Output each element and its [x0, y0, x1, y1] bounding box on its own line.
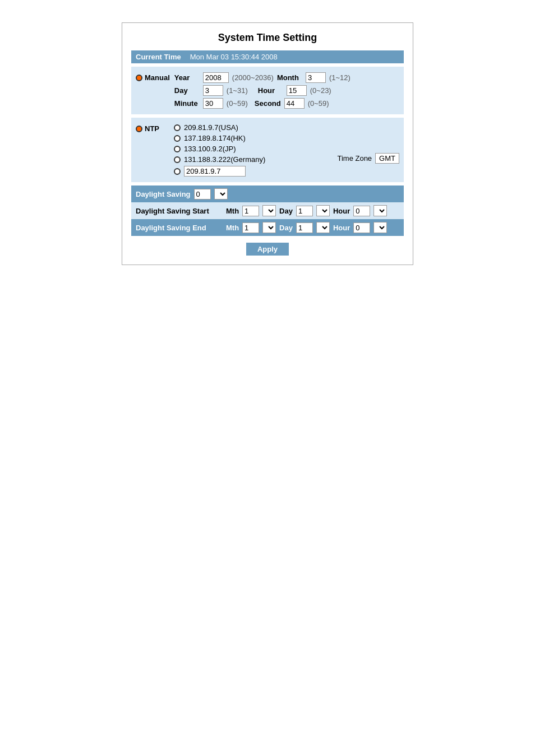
- year-label: Year: [174, 73, 200, 82]
- ntp-server-options: 209.81.9.7(USA) 137.189.8.174(HK) 133.10…: [174, 123, 265, 177]
- second-range: (0~59): [308, 99, 329, 108]
- day-input[interactable]: [203, 85, 223, 96]
- month-range: (1~12): [329, 73, 350, 82]
- day-hour-row: Day (1~31) Hour (0~23): [174, 85, 350, 96]
- day-range: (1~31): [227, 86, 248, 95]
- manual-radio[interactable]: [136, 75, 142, 81]
- month-input[interactable]: [306, 72, 326, 83]
- ntp-server-3: 133.100.9.2(JP): [174, 145, 265, 153]
- ds-end-mth-select[interactable]: [262, 222, 276, 233]
- hour-range: (0~23): [310, 86, 331, 95]
- ds-start-mth-input[interactable]: [242, 206, 259, 216]
- apply-row: Apply: [131, 243, 404, 256]
- daylight-saving-select[interactable]: 0 1 2: [214, 188, 228, 200]
- ntp-server-1-addr: 209.81.9.7(USA): [184, 123, 238, 132]
- current-time-label: Current Time: [136, 53, 181, 61]
- hour-input[interactable]: [287, 85, 307, 96]
- manual-label: Manual: [145, 73, 170, 82]
- daylight-saving-start-label: Daylight Saving Start: [136, 207, 223, 215]
- ds-end-hour-input[interactable]: [353, 222, 370, 233]
- ds-start-mth-select[interactable]: [262, 205, 276, 216]
- ntp-server-5-radio[interactable]: [174, 168, 181, 175]
- daylight-saving-end-row: Daylight Saving End Mth Day Hour: [131, 219, 404, 236]
- ntp-server-2: 137.189.8.174(HK): [174, 134, 265, 142]
- ds-start-day-label: Day: [279, 207, 293, 215]
- ntp-server-4-radio[interactable]: [174, 156, 181, 163]
- minute-input[interactable]: [203, 98, 223, 109]
- second-label: Second: [255, 99, 281, 108]
- ds-start-hour-input[interactable]: [353, 206, 370, 216]
- ntp-content: 209.81.9.7(USA) 137.189.8.174(HK) 133.10…: [174, 123, 399, 177]
- ntp-server-2-addr: 137.189.8.174(HK): [184, 134, 246, 142]
- year-month-row: Year (2000~2036) Month (1~12): [174, 72, 350, 83]
- ds-start-day-select[interactable]: [316, 205, 330, 216]
- daylight-saving-label: Daylight Saving: [136, 190, 191, 198]
- daylight-saving-input[interactable]: [194, 189, 211, 200]
- ntp-custom-input[interactable]: [184, 166, 246, 177]
- ntp-server-3-radio[interactable]: [174, 146, 181, 152]
- year-range: (2000~2036): [232, 73, 274, 82]
- system-time-panel: System Time Setting Current Time Mon Mar…: [122, 22, 413, 265]
- ntp-radio[interactable]: [136, 126, 142, 132]
- month-label: Month: [277, 73, 302, 82]
- ntp-section: NTP 209.81.9.7(USA) 137.189.8.174(HK) 13…: [131, 118, 404, 182]
- ntp-server-1-radio[interactable]: [174, 124, 181, 131]
- manual-mode-label: Manual: [136, 72, 170, 82]
- ds-start-hour-select[interactable]: [373, 205, 387, 216]
- ntp-server-5: [174, 166, 265, 177]
- minute-label: Minute: [174, 99, 200, 108]
- page-title: System Time Setting: [131, 32, 404, 44]
- daylight-saving-start-row: Daylight Saving Start Mth Day Hour: [131, 202, 404, 219]
- manual-section: Manual Year (2000~2036) Month (1~12) Day…: [131, 67, 404, 114]
- daylight-saving-end-label: Daylight Saving End: [136, 224, 223, 232]
- ntp-inner: 209.81.9.7(USA) 137.189.8.174(HK) 133.10…: [174, 123, 399, 177]
- ntp-server-2-radio[interactable]: [174, 135, 181, 142]
- daylight-saving-row: Daylight Saving 0 1 2: [131, 185, 404, 202]
- ds-end-day-select[interactable]: [316, 222, 330, 233]
- ds-end-mth-input[interactable]: [242, 222, 259, 233]
- ds-start-mth-label: Mth: [226, 207, 239, 215]
- apply-button[interactable]: Apply: [246, 243, 289, 256]
- current-time-value: Mon Mar 03 15:30:44 2008: [190, 53, 278, 61]
- ds-end-mth-label: Mth: [226, 224, 239, 232]
- ds-end-day-input[interactable]: [296, 222, 313, 233]
- ntp-label: NTP: [145, 124, 159, 133]
- hour-label: Hour: [258, 86, 283, 95]
- ds-end-hour-label: Hour: [333, 224, 350, 232]
- minute-range: (0~59): [227, 99, 248, 108]
- timezone-value: GMT: [375, 153, 399, 164]
- year-input[interactable]: [203, 72, 229, 83]
- ds-start-day-input[interactable]: [296, 206, 313, 216]
- ntp-server-4: 131.188.3.222(Germany): [174, 155, 265, 164]
- ds-end-hour-select[interactable]: [373, 222, 387, 233]
- second-input[interactable]: [284, 98, 305, 109]
- ntp-timezone: Time Zone GMT: [337, 140, 399, 177]
- ntp-mode-label: NTP: [136, 123, 169, 133]
- timezone-label: Time Zone: [337, 154, 372, 163]
- day-label: Day: [174, 86, 200, 95]
- current-time-header: Current Time Mon Mar 03 15:30:44 2008: [131, 50, 404, 63]
- ntp-server-1: 209.81.9.7(USA): [174, 123, 265, 132]
- manual-fields: Year (2000~2036) Month (1~12) Day (1~31)…: [174, 72, 350, 109]
- ntp-server-4-addr: 131.188.3.222(Germany): [184, 155, 265, 164]
- ds-start-hour-label: Hour: [333, 207, 350, 215]
- minute-second-row: Minute (0~59) Second (0~59): [174, 98, 350, 109]
- ds-end-day-label: Day: [279, 224, 293, 232]
- ntp-server-3-addr: 133.100.9.2(JP): [184, 145, 236, 153]
